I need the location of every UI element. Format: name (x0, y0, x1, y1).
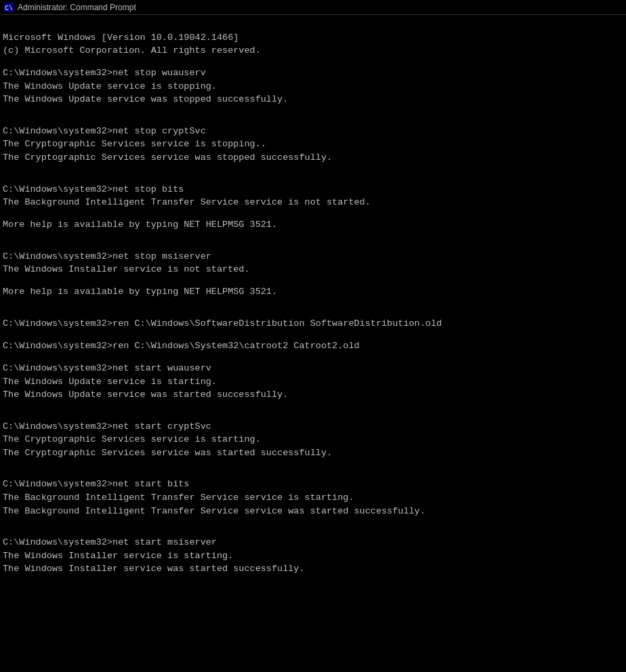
terminal-line (3, 331, 623, 340)
terminal-line (3, 115, 623, 125)
terminal-line (3, 308, 623, 317)
title-bar: C\ Administrator: Command Prompt (0, 0, 626, 15)
terminal-line: The Cryptographic Services service was s… (3, 151, 623, 165)
terminal-line (3, 353, 623, 362)
terminal-line: C:\Windows\system32>net stop bits (3, 183, 623, 196)
terminal-line: C:\Windows\system32>net start bits (3, 478, 623, 491)
terminal-line: More help is available by typing NET HEL… (3, 218, 623, 232)
terminal-line (3, 58, 623, 67)
terminal-line: C:\Windows\system32>net stop cryptSvc (3, 125, 623, 138)
terminal-line: C:\Windows\system32>ren C:\Windows\Syste… (3, 339, 623, 353)
terminal-line: The Cryptographic Services service is st… (3, 138, 623, 151)
terminal-line (3, 106, 623, 116)
terminal-line (3, 402, 623, 411)
terminal-line: The Background Intelligent Transfer Serv… (3, 505, 623, 518)
terminal-line (3, 527, 623, 537)
terminal-line (3, 240, 623, 250)
terminal-line: The Windows Update service is starting. (3, 375, 623, 389)
terminal-line (3, 232, 623, 241)
terminal-line: The Background Intelligent Transfer Serv… (3, 491, 623, 505)
svg-text:C\: C\ (5, 5, 13, 12)
terminal-line (3, 469, 623, 478)
terminal-line (3, 459, 623, 469)
terminal-line: The Windows Installer service is startin… (3, 549, 623, 563)
terminal-line: (c) Microsoft Corporation. All rights re… (3, 44, 623, 58)
terminal-line: The Background Intelligent Transfer Serv… (3, 196, 623, 209)
terminal-line: The Windows Installer service is not sta… (3, 263, 623, 276)
terminal-line: C:\Windows\system32>net stop wuauserv (3, 66, 623, 80)
terminal-line: The Cryptographic Services service is st… (3, 433, 623, 446)
title-bar-text: Administrator: Command Prompt (18, 3, 136, 12)
terminal-line: C:\Windows\system32>net start msiserver (3, 536, 623, 549)
terminal-line: The Cryptographic Services service was s… (3, 446, 623, 460)
terminal-line: C:\Windows\system32>net start wuauserv (3, 362, 623, 375)
terminal-line (3, 411, 623, 420)
cmd-icon: C\ (4, 3, 14, 12)
terminal-line: Microsoft Windows [Version 10.0.19042.14… (3, 31, 623, 45)
terminal-line (3, 165, 623, 174)
terminal-line (3, 173, 623, 183)
terminal-line: C:\Windows\system32>net stop msiserver (3, 250, 623, 264)
terminal-body: Microsoft Windows [Version 10.0.19042.14… (0, 15, 626, 597)
terminal-line (3, 518, 623, 527)
terminal-line (3, 585, 623, 594)
terminal-line: The Windows Update service was started s… (3, 388, 623, 402)
terminal-line: More help is available by typing NET HEL… (3, 285, 623, 299)
terminal-line (3, 276, 623, 286)
terminal-line: C:\Windows\system32>ren C:\Windows\Softw… (3, 317, 623, 331)
terminal-line: The Windows Update service is stopping. (3, 80, 623, 93)
terminal-line (3, 299, 623, 308)
terminal-line (3, 209, 623, 219)
terminal-line (3, 576, 623, 585)
terminal-line: The Windows Update service was stopped s… (3, 93, 623, 106)
terminal-line: C:\Windows\system32>net start cryptSvc (3, 420, 623, 434)
terminal-line: The Windows Installer service was starte… (3, 562, 623, 576)
